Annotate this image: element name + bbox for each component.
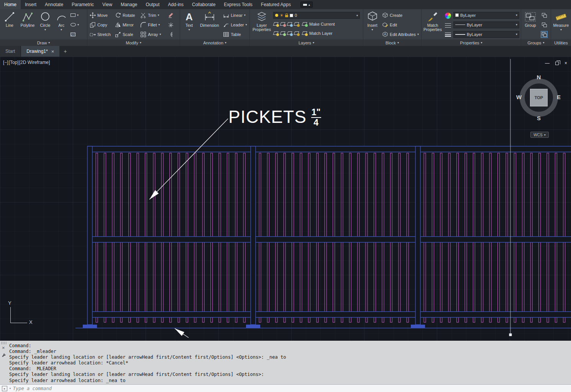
object-color-select[interactable]: ByLayer▾ — [453, 12, 519, 19]
layer-unisolate-icon[interactable] — [280, 31, 286, 36]
compass-north[interactable]: N — [535, 74, 543, 80]
layer-properties-button[interactable]: Layer Properties — [251, 10, 272, 39]
chevron-down-icon[interactable]: ▾ — [9, 387, 11, 390]
layer-thaw-all-icon[interactable] — [287, 31, 293, 36]
ribbon-options-button[interactable]: ▴ — [300, 2, 313, 8]
fillet-button[interactable]: Fillet▾ — [139, 20, 164, 29]
layer-isolate-icon[interactable] — [280, 21, 286, 27]
menu-tab-insert[interactable]: Insert — [21, 0, 41, 9]
linetype-select[interactable]: ByLayer▾ — [453, 21, 519, 28]
menu-tab-add-ins[interactable]: Add-ins — [164, 0, 188, 9]
layer-lock-icon[interactable] — [294, 21, 300, 27]
table-button[interactable]: Table — [222, 30, 248, 39]
restore-icon[interactable] — [555, 62, 559, 65]
command-drag-grip[interactable] — [1, 341, 7, 345]
measure-button[interactable]: Measure ▾ — [552, 10, 570, 39]
offset-button[interactable] — [167, 30, 175, 39]
layers-panel-label[interactable]: Layers▾ — [250, 39, 363, 46]
draw-panel-label[interactable]: Draw▾ — [0, 39, 87, 46]
command-prompt-icon[interactable]: ▸ — [2, 386, 7, 391]
drawing-canvas[interactable]: [−] [Top] [2D Wireframe] — × N S W E TOP… — [0, 57, 571, 341]
menu-tab-output[interactable]: Output — [141, 0, 164, 9]
menu-tab-parametric[interactable]: Parametric — [67, 0, 98, 9]
utilities-panel-label[interactable]: Utilities — [551, 39, 571, 46]
modify-panel-label[interactable]: Modify▾ — [87, 39, 180, 46]
command-input[interactable] — [13, 386, 166, 391]
move-button[interactable]: Move — [89, 11, 113, 20]
rectangle-button[interactable]: ▾ — [69, 11, 83, 20]
compass-south[interactable]: S — [535, 115, 543, 121]
group-edit-button[interactable] — [541, 12, 548, 19]
compass-west[interactable]: W — [515, 94, 523, 100]
viewport-visualstyle-control[interactable]: [2D Wireframe] — [19, 60, 50, 65]
make-current-button[interactable]: Make Current — [301, 20, 336, 29]
edit-attributes-button[interactable]: Edit Attributes▾ — [381, 30, 420, 39]
customize-button[interactable] — [2, 352, 6, 359]
layer-unlock-all-icon[interactable] — [294, 31, 300, 36]
linetype-icon[interactable] — [445, 23, 451, 28]
ungroup-button[interactable] — [541, 21, 548, 28]
array-button[interactable]: Array▾ — [139, 30, 164, 39]
linear-dimension-button[interactable]: Linear▾ — [222, 11, 248, 20]
mirror-button[interactable]: Mirror — [114, 20, 138, 29]
pickets-annotation[interactable]: PICKETS 1" 4 — [228, 107, 321, 127]
menu-tab-home[interactable]: Home — [0, 0, 21, 9]
annotation-panel-label[interactable]: Annotation▾ — [180, 39, 249, 46]
close-icon[interactable]: × — [564, 60, 567, 66]
layer-on-all-icon[interactable] — [273, 31, 279, 36]
menu-tab-manage[interactable]: Manage — [116, 0, 141, 9]
doc-tab-start[interactable]: Start — [0, 46, 20, 57]
viewport-menu-control[interactable]: [−] — [3, 60, 8, 65]
copy-button[interactable]: Copy — [89, 20, 113, 29]
navigation-compass[interactable]: N S W E TOP — [516, 75, 562, 121]
compass-east[interactable]: E — [555, 94, 563, 100]
viewport-view-control[interactable]: [Top] — [9, 60, 19, 65]
match-properties-button[interactable]: Match Properties — [423, 10, 443, 39]
insert-button[interactable]: Insert ▾ — [364, 10, 380, 39]
groups-panel-label[interactable]: Groups▾ — [521, 39, 551, 46]
ribbon-panel-properties: Match Properties ByLayer▾ ByLayer▾ ByLay… — [422, 9, 521, 46]
hatch-button[interactable] — [69, 30, 83, 39]
circle-button[interactable]: Circle ▾ — [37, 10, 53, 39]
block-panel-label[interactable]: Block▾ — [363, 39, 421, 46]
menu-tab-annotate[interactable]: Annotate — [41, 0, 67, 9]
rotate-icon — [115, 12, 121, 18]
leader-button[interactable]: Leader▾ — [222, 20, 248, 29]
layer-off-icon[interactable] — [273, 21, 279, 27]
trim-button[interactable]: Trim▾ — [139, 11, 164, 20]
drawing-svg[interactable] — [0, 57, 571, 341]
polyline-button[interactable]: Polyline — [19, 10, 36, 39]
close-icon[interactable]: × — [51, 49, 54, 54]
menu-tab-featured-apps[interactable]: Featured Apps — [257, 0, 295, 9]
doc-tab-drawing1[interactable]: Drawing1*× — [21, 46, 59, 57]
layer-freeze-icon[interactable] — [287, 21, 293, 27]
group-button[interactable]: Group — [522, 10, 538, 39]
text-button[interactable]: A Text ▾ — [181, 10, 197, 39]
menu-tab-collaborate[interactable]: Collaborate — [188, 0, 220, 9]
erase-button[interactable] — [167, 11, 175, 20]
scale-button[interactable]: Scale — [114, 30, 138, 39]
color-wheel-icon[interactable] — [445, 13, 451, 19]
match-layer-button[interactable]: Match Layer — [301, 29, 334, 38]
viewcube-top-face[interactable]: TOP — [530, 89, 548, 106]
create-block-button[interactable]: Create — [381, 11, 420, 20]
explode-button[interactable] — [167, 20, 175, 29]
line-button[interactable]: Line — [1, 10, 18, 39]
new-tab-button[interactable]: + — [60, 46, 70, 57]
arc-button[interactable]: Arc ▾ — [54, 10, 69, 39]
menu-tab-express-tools[interactable]: Express Tools — [220, 0, 256, 9]
stretch-button[interactable]: Stretch — [89, 30, 113, 39]
menu-tab-view[interactable]: View — [98, 0, 116, 9]
command-close-button[interactable]: × — [2, 345, 5, 351]
properties-panel-label[interactable]: Properties▾ — [422, 39, 521, 46]
edit-block-button[interactable]: Edit — [381, 20, 420, 29]
layer-select[interactable]: ☀ 0 ▾ — [273, 12, 360, 19]
group-selection-toggle[interactable] — [541, 31, 548, 38]
ellipse-button[interactable]: ▾ — [69, 20, 83, 29]
dimension-button[interactable]: Dimension — [198, 10, 221, 39]
wcs-badge[interactable]: WCS ▾ — [530, 132, 549, 138]
lineweight-select[interactable]: ByLayer▾ — [453, 31, 519, 38]
rotate-button[interactable]: Rotate — [114, 11, 138, 20]
lineweight-icon[interactable] — [445, 33, 451, 37]
minimize-icon[interactable]: — — [545, 60, 550, 66]
